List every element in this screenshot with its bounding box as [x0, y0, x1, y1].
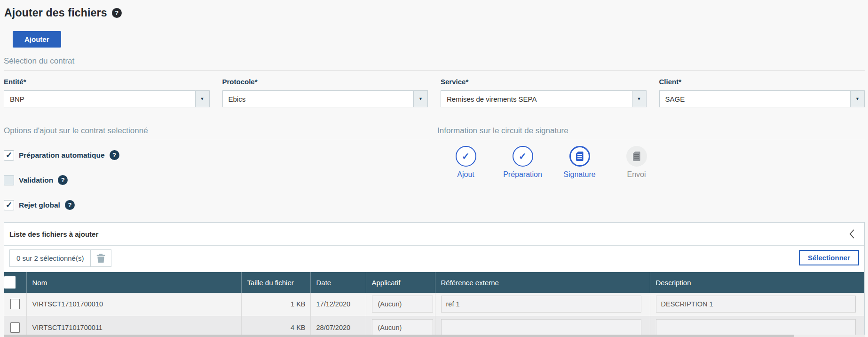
reference-input[interactable]	[441, 296, 641, 313]
files-toolbar: 0 sur 2 sélectionné(s) Sélectionner	[4, 246, 864, 272]
field-client: Client* SAGE ▼	[659, 78, 865, 107]
circuit-step-preparation: ✓ Préparation	[494, 146, 551, 179]
circuit-step-label: Ajout	[457, 170, 474, 179]
trash-icon	[96, 253, 105, 263]
row-checkbox[interactable]	[10, 299, 20, 309]
chevron-down-icon[interactable]: ▼	[632, 91, 646, 107]
rejet-global-checkbox[interactable]: ✓	[4, 200, 14, 210]
cell-name: VIRTSCT17101700010	[26, 293, 241, 316]
cell-size: 1 KB	[241, 293, 310, 316]
preparation-automatique-label: Préparation automatique	[19, 151, 105, 160]
option-rejet-global: ✓ Rejet global ?	[4, 200, 429, 210]
help-icon[interactable]: ?	[65, 200, 75, 210]
field-service: Service* Remises de virements SEPA ▼	[441, 78, 647, 107]
rejet-global-label: Rejet global	[19, 201, 60, 209]
help-icon[interactable]: ?	[112, 8, 122, 18]
circuit-section: Information sur le circuit de signature …	[437, 126, 865, 210]
option-preparation-automatique: ✓ Préparation automatique ?	[4, 150, 429, 160]
column-header-reference[interactable]: Référence externe	[435, 272, 650, 293]
row-checkbox[interactable]	[10, 322, 20, 333]
validation-checkbox[interactable]	[4, 175, 14, 185]
help-icon[interactable]: ?	[110, 150, 119, 160]
applicatif-select[interactable]: (Aucun)	[372, 319, 433, 336]
column-header-date[interactable]: Date	[310, 272, 366, 293]
help-icon[interactable]: ?	[58, 175, 68, 185]
protocole-select[interactable]: Ebics ▼	[222, 90, 428, 107]
document-circle-icon	[626, 146, 647, 167]
protocole-select-value: Ebics	[223, 91, 414, 107]
check-circle-icon: ✓	[513, 146, 533, 167]
entite-select[interactable]: BNP ▼	[4, 90, 210, 107]
entite-label: Entité*	[4, 78, 210, 86]
field-entite: Entité* BNP ▼	[4, 78, 210, 107]
applicatif-select[interactable]: (Aucun)	[372, 296, 433, 313]
page-header: Ajouter des fichiers ?	[4, 7, 865, 19]
client-select-value: SAGE	[660, 91, 851, 107]
options-section-heading: Options d'ajout sur le contrat selection…	[4, 126, 429, 140]
circuit-section-heading: Information sur le circuit de signature	[437, 126, 865, 140]
document-icon	[576, 152, 584, 161]
delete-button[interactable]	[91, 253, 111, 263]
circuit-step-signature: Signature	[551, 146, 608, 179]
validation-label: Validation	[19, 176, 53, 185]
circuit-step-label: Préparation	[503, 170, 542, 179]
description-input[interactable]	[656, 296, 856, 313]
column-header-taille[interactable]: Taille du fichier	[241, 272, 310, 293]
table-header-row: Nom Taille du fichier Date Applicatif Ré…	[4, 272, 864, 293]
client-label: Client*	[659, 78, 865, 86]
document-circle-icon	[569, 146, 590, 167]
column-header-nom[interactable]: Nom	[26, 272, 241, 293]
select-files-button[interactable]: Sélectionner	[799, 250, 859, 265]
protocole-label: Protocole*	[222, 78, 428, 86]
table-row: VIRTSCT17101700011 4 KB 28/07/2020 (Aucu…	[4, 316, 864, 337]
preparation-automatique-checkbox[interactable]: ✓	[4, 150, 14, 160]
select-all-checkbox[interactable]	[4, 276, 16, 289]
contract-section: Sélection du contrat Entité* BNP ▼ Proto…	[4, 56, 865, 107]
circuit-step-ajout: ✓ Ajout	[437, 146, 494, 179]
add-button[interactable]: Ajouter	[13, 31, 61, 48]
circuit-step-envoi: Envoi	[608, 146, 665, 179]
service-label: Service*	[441, 78, 647, 86]
signature-circuit: ✓ Ajout ✓ Préparation Signature Envoi	[437, 146, 865, 179]
document-icon	[633, 152, 640, 161]
field-protocole: Protocole* Ebics ▼	[222, 78, 428, 107]
scrollbar-thumb[interactable]	[4, 335, 794, 337]
cell-size: 4 KB	[241, 316, 310, 337]
horizontal-scrollbar[interactable]	[4, 335, 865, 337]
option-validation: Validation ?	[4, 175, 429, 185]
circuit-step-label: Signature	[563, 170, 596, 179]
chevron-down-icon[interactable]: ▼	[195, 91, 209, 107]
cell-date: 28/07/2020	[310, 316, 366, 337]
files-panel-header: Liste des fichiers à ajouter	[4, 223, 864, 246]
page-title: Ajouter des fichiers	[4, 7, 107, 19]
column-header-applicatif[interactable]: Applicatif	[366, 272, 435, 293]
chevron-down-icon[interactable]: ▼	[413, 91, 427, 107]
files-table: Nom Taille du fichier Date Applicatif Ré…	[4, 272, 864, 337]
entite-select-value: BNP	[4, 91, 195, 107]
cell-name: VIRTSCT17101700011	[26, 316, 241, 337]
contract-section-heading: Sélection du contrat	[4, 56, 865, 71]
chevron-left-icon	[849, 229, 855, 239]
cell-date: 17/12/2020	[310, 293, 366, 316]
service-select-value: Remises de virements SEPA	[441, 91, 632, 107]
files-panel-title: Liste des fichiers à ajouter	[9, 230, 98, 238]
client-select[interactable]: SAGE ▼	[659, 90, 865, 107]
selection-count: 0 sur 2 sélectionné(s)	[10, 254, 90, 262]
table-row: VIRTSCT17101700010 1 KB 17/12/2020 (Aucu…	[4, 293, 864, 316]
selection-box: 0 sur 2 sélectionné(s)	[9, 249, 111, 267]
chevron-down-icon[interactable]: ▼	[850, 91, 864, 107]
circuit-step-label: Envoi	[627, 170, 646, 179]
service-select[interactable]: Remises de virements SEPA ▼	[441, 90, 647, 107]
description-input[interactable]	[656, 319, 856, 336]
options-section: Options d'ajout sur le contrat selection…	[4, 126, 429, 210]
collapse-panel-button[interactable]	[849, 229, 855, 239]
check-circle-icon: ✓	[456, 146, 476, 167]
reference-input[interactable]	[441, 319, 641, 336]
files-panel: Liste des fichiers à ajouter 0 sur 2 sél…	[4, 222, 865, 337]
column-header-description[interactable]: Description	[650, 272, 864, 293]
